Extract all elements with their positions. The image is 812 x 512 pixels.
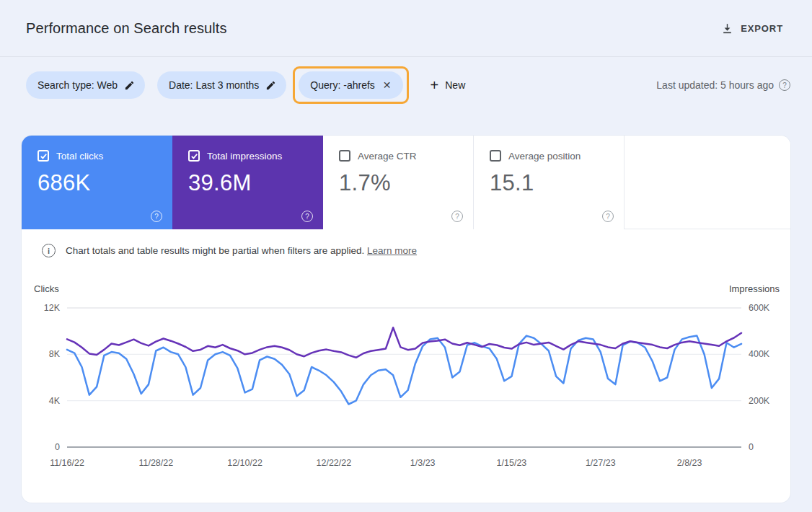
performance-panel: Total clicks 686K ? Total impressions 39… [22, 136, 790, 503]
help-icon[interactable]: ? [779, 79, 790, 91]
help-icon[interactable]: ? [602, 211, 614, 222]
last-updated: Last updated: 5 hours ago ? [656, 79, 790, 91]
left-axis-tick: 8K [27, 349, 60, 359]
left-axis-tick: 12K [27, 303, 60, 313]
metric-value: 1.7% [339, 170, 473, 196]
help-icon[interactable]: ? [451, 211, 463, 222]
chart-svg [67, 305, 741, 449]
performance-page: Performance on Search results EXPORT Sea… [0, 0, 812, 512]
filter-chip-date[interactable]: Date: Last 3 months [157, 71, 286, 99]
metric-label: Total impressions [207, 151, 282, 162]
x-axis-tick: 12/22/22 [317, 458, 352, 468]
x-axis-tick: 1/3/23 [410, 458, 436, 468]
right-axis-tick: 400K [749, 349, 769, 359]
metric-cards-row: Total clicks 686K ? Total impressions 39… [22, 136, 790, 229]
checkbox-unchecked-icon[interactable] [339, 150, 350, 162]
left-axis-caption: Clicks [34, 283, 59, 294]
new-filter-button[interactable]: + New [425, 74, 472, 97]
help-icon[interactable]: ? [301, 211, 313, 222]
edit-icon[interactable] [265, 80, 276, 91]
close-icon[interactable]: ✕ [381, 79, 393, 91]
filter-chip-search-type[interactable]: Search type: Web [26, 71, 145, 99]
metric-card-average-ctr[interactable]: Average CTR 1.7% ? [323, 136, 474, 229]
x-axis-tick: 1/27/23 [586, 458, 616, 468]
x-axis-labels: 11/16/22 11/28/22 12/10/22 12/22/22 1/3/… [67, 458, 741, 469]
metric-card-total-impressions[interactable]: Total impressions 39.6M ? [172, 136, 323, 229]
info-icon: i [42, 244, 56, 257]
left-axis-tick: 0 [27, 442, 60, 452]
metric-value: 39.6M [188, 170, 323, 196]
x-axis-tick: 11/16/22 [50, 458, 84, 468]
right-axis-tick: 0 [749, 442, 754, 452]
metric-value: 15.1 [490, 170, 624, 196]
metric-card-total-clicks[interactable]: Total clicks 686K ? [22, 136, 172, 229]
series-line-clicks [67, 336, 741, 405]
x-axis-tick: 11/28/22 [138, 458, 173, 468]
last-updated-text: Last updated: 5 hours ago [656, 79, 774, 91]
x-axis-tick: 1/15/23 [497, 458, 527, 468]
filter-chip-label: Search type: Web [37, 79, 118, 91]
metric-label: Average CTR [358, 151, 417, 162]
metric-row-filler [625, 136, 790, 229]
help-icon[interactable]: ? [151, 211, 162, 222]
checkbox-checked-icon[interactable] [37, 150, 49, 162]
metric-label: Total clicks [56, 151, 103, 162]
query-filter-highlight-box: Query: -ahrefs ✕ [293, 66, 408, 104]
filter-chip-label: Date: Last 3 months [169, 79, 259, 91]
checkbox-unchecked-icon[interactable] [490, 150, 501, 162]
banner-text: Chart totals and table results might be … [66, 245, 364, 256]
metric-label: Average position [508, 151, 581, 162]
filter-chip-label: Query: -ahrefs [310, 79, 374, 91]
page-header: Performance on Search results EXPORT [0, 0, 812, 57]
partial-data-banner: i Chart totals and table results might b… [22, 229, 790, 268]
filter-chip-query[interactable]: Query: -ahrefs ✕ [299, 71, 402, 99]
metric-card-average-position[interactable]: Average position 15.1 ? [474, 136, 625, 229]
chart-plot-area[interactable] [67, 305, 741, 449]
right-axis-tick: 600K [749, 303, 769, 313]
left-axis-tick: 4K [27, 396, 60, 406]
download-icon [721, 22, 733, 35]
right-axis-tick: 200K [749, 396, 769, 406]
new-filter-label: New [445, 79, 465, 91]
plus-icon: + [431, 78, 439, 92]
x-axis-tick: 12/10/22 [227, 458, 262, 468]
filters-bar: Search type: Web Date: Last 3 months Que… [0, 57, 812, 113]
metric-value: 686K [37, 170, 172, 196]
right-axis-caption: Impressions [729, 283, 780, 294]
series-line-impressions [67, 327, 741, 358]
export-button[interactable]: EXPORT [717, 17, 787, 40]
edit-icon[interactable] [124, 80, 135, 91]
page-title: Performance on Search results [26, 20, 227, 37]
export-label: EXPORT [741, 23, 783, 34]
x-axis-tick: 2/8/23 [677, 458, 702, 468]
checkbox-checked-icon[interactable] [188, 150, 200, 162]
learn-more-link[interactable]: Learn more [367, 245, 417, 256]
performance-chart: Clicks Impressions 12K 8K 4K 0 600K 400K… [22, 279, 790, 495]
